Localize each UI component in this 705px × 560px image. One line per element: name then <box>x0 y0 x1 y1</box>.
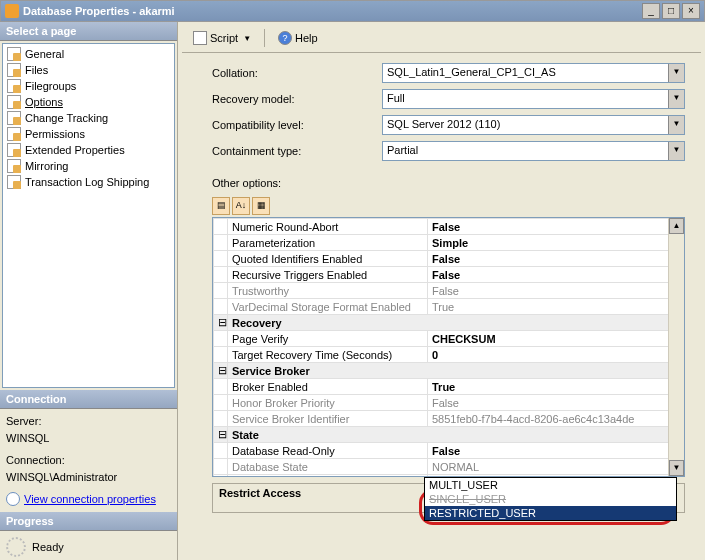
page-icon <box>7 143 21 157</box>
page-mirroring[interactable]: Mirroring <box>3 158 174 174</box>
page-label: Permissions <box>25 128 85 140</box>
page-general[interactable]: General <box>3 46 174 62</box>
script-icon <box>193 31 207 45</box>
connection-value: WINSQL\Administrator <box>6 469 171 486</box>
close-button[interactable]: × <box>682 3 700 19</box>
page-filegroups[interactable]: Filegroups <box>3 78 174 94</box>
row-marker <box>214 475 228 478</box>
property-name[interactable]: Service Broker Identifier <box>228 411 428 427</box>
page-label: Files <box>25 64 48 76</box>
row-marker <box>214 395 228 411</box>
property-name[interactable]: Honor Broker Priority <box>228 395 428 411</box>
row-marker <box>214 347 228 363</box>
row-marker <box>214 299 228 315</box>
progress-status: Ready <box>0 531 177 561</box>
property-name[interactable]: Trustworthy <box>228 283 428 299</box>
scrollbar[interactable]: ▲ ▼ <box>668 218 684 476</box>
progress-header: Progress <box>0 512 177 531</box>
containment-type-select[interactable]: Partial ▼ <box>382 141 685 161</box>
minimize-button[interactable]: _ <box>642 3 660 19</box>
row-marker <box>214 331 228 347</box>
property-value[interactable]: True <box>428 299 684 315</box>
page-extended-properties[interactable]: Extended Properties <box>3 142 174 158</box>
property-value[interactable]: False <box>428 251 684 267</box>
page-label: Mirroring <box>25 160 68 172</box>
help-button[interactable]: ? Help <box>273 28 323 48</box>
property-value[interactable]: 0 <box>428 347 684 363</box>
collapse-icon[interactable]: ⊟ <box>214 427 228 443</box>
page-permissions[interactable]: Permissions <box>3 126 174 142</box>
sort-button[interactable]: A↓ <box>232 197 250 215</box>
toolbar-separator <box>264 29 265 47</box>
other-options-label: Other options: <box>182 173 701 195</box>
view-connection-properties-link[interactable]: View connection properties <box>24 491 156 508</box>
containment-type-value: Partial <box>383 142 668 160</box>
option-single-user[interactable]: SINGLE_USER <box>425 492 676 506</box>
connection-properties-icon <box>6 492 20 506</box>
page-label: Filegroups <box>25 80 76 92</box>
maximize-button[interactable]: □ <box>662 3 680 19</box>
scroll-up-button[interactable]: ▲ <box>669 218 684 234</box>
option-multi-user[interactable]: MULTI_USER <box>425 478 676 492</box>
property-name[interactable]: Database State <box>228 459 428 475</box>
page-icon <box>7 63 21 77</box>
property-name[interactable]: Parameterization <box>228 235 428 251</box>
property-name[interactable]: VarDecimal Storage Format Enabled <box>228 299 428 315</box>
page-label: Extended Properties <box>25 144 125 156</box>
row-marker <box>214 267 228 283</box>
compat-level-value: SQL Server 2012 (110) <box>383 116 668 134</box>
window-title: Database Properties - akarmi <box>23 5 642 17</box>
recovery-model-select[interactable]: Full ▼ <box>382 89 685 109</box>
collation-value: SQL_Latin1_General_CP1_CI_AS <box>383 64 668 82</box>
property-value[interactable]: NORMAL <box>428 459 684 475</box>
page-transaction-log-shipping[interactable]: Transaction Log Shipping <box>3 174 174 190</box>
grid-toolbar: ▤ A↓ ▦ <box>182 195 701 217</box>
option-restricted-user[interactable]: RESTRICTED_USER <box>425 506 676 520</box>
property-name[interactable]: Page Verify <box>228 331 428 347</box>
collapse-icon[interactable]: ⊟ <box>214 363 228 379</box>
property-value[interactable]: Simple <box>428 235 684 251</box>
property-name[interactable]: Recursive Triggers Enabled <box>228 267 428 283</box>
page-label: Change Tracking <box>25 112 108 124</box>
properties-button[interactable]: ▦ <box>252 197 270 215</box>
property-value[interactable]: False <box>428 443 684 459</box>
property-name[interactable]: Broker Enabled <box>228 379 428 395</box>
toolbar: Script ▼ ? Help <box>182 24 701 53</box>
property-value[interactable]: False <box>428 283 684 299</box>
property-value[interactable]: 5851feb0-f7b4-4acd-8206-ae6c4c13a4de <box>428 411 684 427</box>
collation-select[interactable]: SQL_Latin1_General_CP1_CI_AS ▼ <box>382 63 685 83</box>
property-name[interactable]: Database Read-Only <box>228 443 428 459</box>
connection-header: Connection <box>0 390 177 409</box>
page-options[interactable]: Options <box>3 94 174 110</box>
row-marker <box>214 443 228 459</box>
property-name[interactable]: Numeric Round-Abort <box>228 219 428 235</box>
page-label: Options <box>25 96 63 108</box>
chevron-down-icon: ▼ <box>668 142 684 160</box>
page-icon <box>7 47 21 61</box>
compat-level-select[interactable]: SQL Server 2012 (110) ▼ <box>382 115 685 135</box>
spinner-icon <box>6 537 26 557</box>
property-value[interactable]: False <box>428 395 684 411</box>
page-files[interactable]: Files <box>3 62 174 78</box>
property-name[interactable]: Quoted Identifiers Enabled <box>228 251 428 267</box>
scroll-down-button[interactable]: ▼ <box>669 460 684 476</box>
page-icon <box>7 159 21 173</box>
page-icon <box>7 111 21 125</box>
script-label: Script <box>210 32 238 44</box>
server-value: WINSQL <box>6 430 171 447</box>
property-name[interactable]: Target Recovery Time (Seconds) <box>228 347 428 363</box>
property-name[interactable]: Encryption Enabled <box>228 475 428 478</box>
property-value[interactable]: False <box>428 219 684 235</box>
window-icon <box>5 4 19 18</box>
property-value[interactable]: True <box>428 379 684 395</box>
categorized-button[interactable]: ▤ <box>212 197 230 215</box>
row-marker <box>214 411 228 427</box>
form-area: Collation: SQL_Latin1_General_CP1_CI_AS … <box>182 53 701 173</box>
property-value[interactable]: CHECKSUM <box>428 331 684 347</box>
collapse-icon[interactable]: ⊟ <box>214 315 228 331</box>
containment-type-label: Containment type: <box>212 145 382 157</box>
category-header: Service Broker <box>228 363 684 379</box>
property-value[interactable]: False <box>428 267 684 283</box>
page-change-tracking[interactable]: Change Tracking <box>3 110 174 126</box>
script-button[interactable]: Script ▼ <box>188 28 256 48</box>
